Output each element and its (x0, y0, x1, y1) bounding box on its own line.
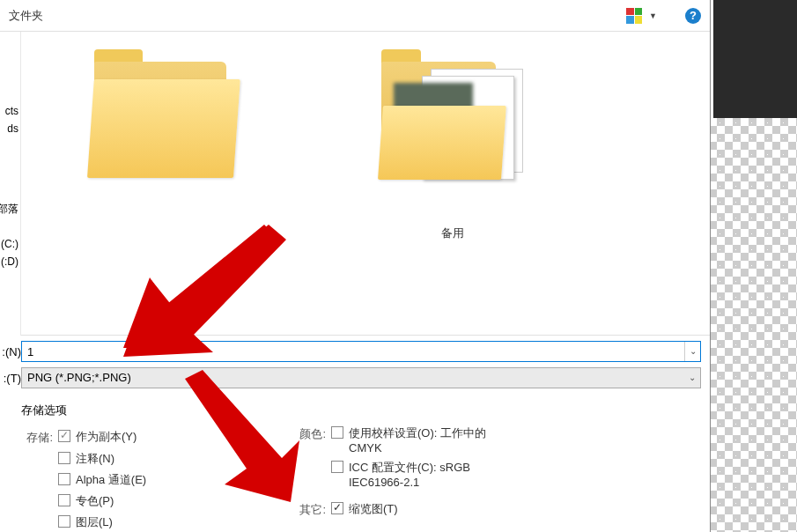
background-app (713, 0, 797, 532)
folder-icon (87, 49, 237, 181)
options-title: 存储选项 (21, 403, 294, 418)
folder-view[interactable]: 备用 (21, 32, 710, 336)
view-mode-dropdown-icon[interactable]: ▼ (649, 11, 657, 20)
proof-label: 使用校样设置(O): 工作中的 CMYK (349, 425, 516, 454)
folder-item[interactable]: 备用 (365, 49, 541, 317)
as-copy-checkbox[interactable] (58, 430, 70, 442)
icc-checkbox[interactable] (331, 461, 343, 473)
color-sublabel: 颜色: (294, 425, 326, 442)
sidebar-item[interactable]: (D:) (0, 253, 20, 270)
alpha-checkbox[interactable] (58, 473, 70, 485)
sidebar-item[interactable]: s (C:) (0, 235, 20, 253)
filename-label: (N): (0, 345, 21, 358)
folder-item[interactable] (74, 49, 250, 317)
notes-checkbox[interactable] (58, 452, 70, 464)
filetype-dropdown-icon[interactable]: ⌄ (684, 368, 700, 388)
filetype-label: (T): (0, 372, 21, 385)
filetype-value: PNG (*.PNG;*.PNG) (22, 368, 684, 388)
save-dialog: 文件夹 ▼ ? cts ds 系部落 s (C:) (D:) (0, 0, 711, 532)
spot-label: 专色(P) (76, 493, 114, 509)
filename-input[interactable] (22, 342, 684, 361)
thumbnail-checkbox[interactable] (331, 502, 343, 514)
folder-label: 备用 (365, 225, 541, 241)
dialog-toolbar: 文件夹 ▼ ? (0, 0, 710, 32)
sidebar-item[interactable]: 系部落 (0, 199, 20, 219)
thumbnail-label: 缩览图(T) (349, 501, 398, 517)
other-sublabel: 其它: (294, 501, 326, 518)
save-sublabel: 存储: (21, 429, 53, 446)
icc-label: ICC 配置文件(C): sRGB IEC61966-2.1 (349, 460, 516, 489)
filename-input-wrap[interactable]: ⌄ (21, 341, 701, 362)
spot-checkbox[interactable] (58, 494, 70, 506)
new-folder-label[interactable]: 文件夹 (9, 8, 43, 24)
notes-label: 注释(N) (76, 451, 114, 467)
transparency-checker (709, 118, 797, 532)
sidebar-item[interactable]: ds (0, 120, 20, 137)
file-fields: (N): ⌄ (T): PNG (*.PNG;*.PNG) ⌄ (0, 336, 710, 388)
help-icon[interactable]: ? (685, 8, 701, 24)
location-sidebar: cts ds 系部落 s (C:) (D:) (0, 32, 21, 336)
alpha-label: Alpha 通道(E) (76, 472, 146, 488)
proof-checkbox[interactable] (331, 426, 343, 439)
save-options: 存储选项 存储: 作为副本(Y) 注释(N) Alpha 通道(E) 专色(P) (0, 394, 710, 530)
folder-icon (378, 49, 528, 181)
filetype-select[interactable]: PNG (*.PNG;*.PNG) ⌄ (21, 367, 701, 388)
sidebar-item[interactable]: cts (0, 102, 20, 120)
as-copy-label: 作为副本(Y) (76, 429, 137, 445)
layers-checkbox[interactable] (58, 515, 70, 528)
view-mode-icon[interactable] (626, 8, 642, 24)
layers-label: 图层(L) (76, 514, 113, 530)
filename-dropdown-icon[interactable]: ⌄ (684, 342, 700, 361)
